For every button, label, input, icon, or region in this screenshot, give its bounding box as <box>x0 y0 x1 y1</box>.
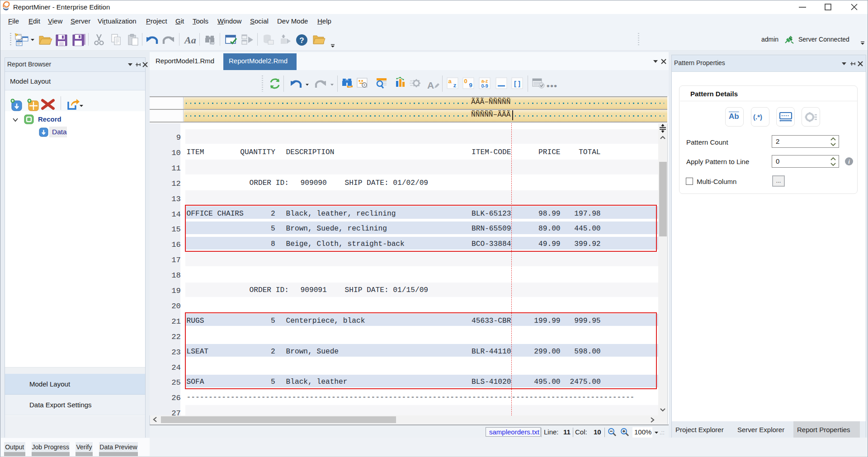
svg-text:[ ]: [ ] <box>514 80 520 87</box>
svg-text:a: a <box>448 78 452 85</box>
svg-text:9: 9 <box>469 82 472 89</box>
svg-text:0-9: 0-9 <box>481 83 488 89</box>
svg-text:?: ? <box>299 36 304 45</box>
svg-text:i: i <box>848 158 850 165</box>
svg-text:0: 0 <box>464 78 467 85</box>
svg-text:z: z <box>453 82 457 89</box>
